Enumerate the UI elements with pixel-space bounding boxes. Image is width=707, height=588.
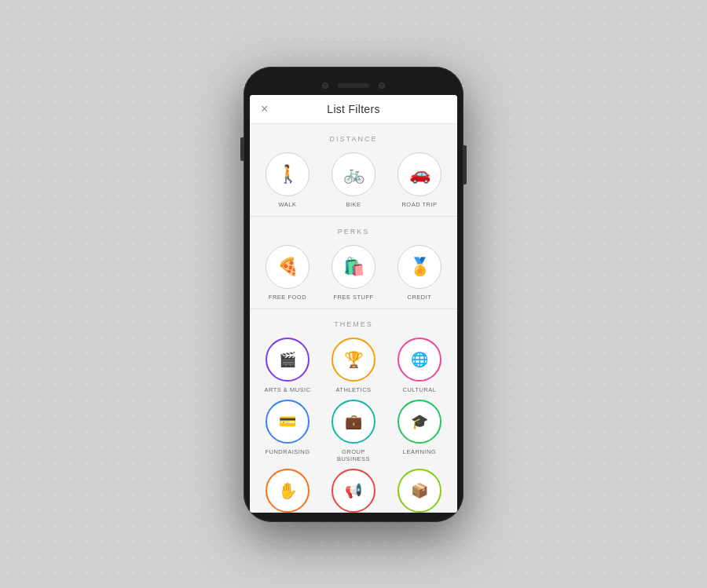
- power-button: [463, 145, 467, 184]
- arts-music-label: ARTS & MUSIC: [264, 386, 310, 393]
- filter-arts-music[interactable]: 🎬 ARTS & MUSIC: [260, 338, 315, 393]
- phone-screen: × List Filters DISTANCE 🚶 WALK: [250, 95, 457, 513]
- filter-cultural[interactable]: 🌐 CULTURAL: [392, 338, 447, 393]
- shopping-bag-icon: 🛍️: [343, 257, 364, 277]
- filter-group-business[interactable]: 💼 GROUP BUSINESS: [326, 400, 381, 462]
- themes-section-title: THEMES: [258, 320, 449, 328]
- fundraising-label: FUNDRAISING: [265, 448, 310, 455]
- group-business-icon: 💼: [345, 413, 362, 430]
- road-trip-icon: 🚗: [409, 164, 430, 184]
- walk-circle: 🚶: [266, 152, 310, 196]
- cultural-icon: 🌐: [411, 351, 428, 368]
- volunteer-icon: ✋: [278, 481, 298, 500]
- learning-icon: 🎓: [411, 413, 428, 430]
- cultural-circle: 🌐: [397, 338, 441, 382]
- close-button[interactable]: ×: [261, 102, 268, 116]
- learning-circle: 🎓: [397, 400, 441, 444]
- cultural-label: CULTURAL: [402, 386, 436, 393]
- road-trip-circle: 🚗: [397, 152, 441, 196]
- free-food-label: FREE FOOD: [269, 294, 306, 301]
- fundraising-icon: 💳: [279, 413, 296, 430]
- front-camera: [322, 82, 328, 89]
- filter-volunteer[interactable]: ✋ VOLUNTEER: [260, 469, 315, 513]
- filter-walk[interactable]: 🚶 WALK: [260, 152, 315, 208]
- perks-section-title: PERKS: [258, 228, 449, 236]
- themes-filter-grid: 🎬 ARTS & MUSIC 🏆 ATHLETICS 🌐: [258, 338, 449, 513]
- athletics-circle: 🏆: [332, 338, 375, 382]
- perks-section: PERKS 🍕 FREE FOOD 🛍️ FREE STUFF: [250, 217, 457, 309]
- filter-content[interactable]: DISTANCE 🚶 WALK 🚲 BIKE: [250, 124, 457, 513]
- walk-icon: 🚶: [277, 164, 299, 184]
- medal-icon: 🏅: [409, 257, 430, 277]
- filter-athletics[interactable]: 🏆 ATHLETICS: [326, 338, 381, 393]
- distance-filter-grid: 🚶 WALK 🚲 BIKE 🚗 ROAD T: [258, 152, 449, 208]
- arts-music-circle: 🎬: [266, 338, 310, 382]
- athletics-icon: 🏆: [344, 350, 364, 369]
- volume-button: [240, 137, 244, 161]
- group-business-label: GROUP BUSINESS: [326, 448, 381, 462]
- arts-music-icon: 🎬: [279, 351, 296, 368]
- filter-free-stuff[interactable]: 🛍️ FREE STUFF: [326, 245, 381, 301]
- distance-section-title: DISTANCE: [258, 135, 449, 143]
- pizza-icon: 🍕: [277, 257, 299, 277]
- group-business-circle: 💼: [332, 400, 375, 444]
- volunteer-circle: ✋: [266, 469, 310, 513]
- free-stuff-circle: 🛍️: [332, 245, 375, 289]
- social-circle: 📦: [397, 469, 441, 513]
- filter-bike[interactable]: 🚲 BIKE: [326, 152, 381, 208]
- app-header: × List Filters: [250, 95, 457, 124]
- filter-road-trip[interactable]: 🚗 ROAD TRIP: [392, 152, 447, 208]
- professional-circle: 📢: [332, 469, 375, 513]
- earpiece-speaker: [338, 83, 369, 88]
- filter-social[interactable]: 📦 SOCIAL: [392, 469, 447, 513]
- social-icon: 📦: [411, 482, 428, 499]
- themes-section: THEMES 🎬 ARTS & MUSIC 🏆 ATHLETICS: [250, 309, 457, 513]
- filter-learning[interactable]: 🎓 LEARNING: [392, 400, 447, 462]
- filter-fundraising[interactable]: 💳 FUNDRAISING: [260, 400, 315, 462]
- learning-label: LEARNING: [403, 448, 436, 455]
- bike-circle: 🚲: [332, 152, 375, 196]
- bike-label: BIKE: [346, 201, 361, 208]
- phone-device: × List Filters DISTANCE 🚶 WALK: [244, 67, 463, 522]
- screen-title: List Filters: [327, 103, 379, 115]
- bike-icon: 🚲: [343, 164, 364, 184]
- credit-circle: 🏅: [397, 245, 441, 289]
- perks-filter-grid: 🍕 FREE FOOD 🛍️ FREE STUFF 🏅: [258, 245, 449, 301]
- walk-label: WALK: [279, 201, 297, 208]
- free-food-circle: 🍕: [266, 245, 310, 289]
- front-sensor: [379, 82, 385, 89]
- fundraising-circle: 💳: [266, 400, 310, 444]
- credit-label: CREDIT: [408, 294, 432, 301]
- filter-professional[interactable]: 📢 PROFESSIONAL: [326, 469, 381, 513]
- athletics-label: ATHLETICS: [335, 386, 371, 393]
- professional-icon: 📢: [345, 482, 362, 499]
- distance-section: DISTANCE 🚶 WALK 🚲 BIKE: [250, 124, 457, 217]
- free-stuff-label: FREE STUFF: [333, 294, 373, 301]
- filter-free-food[interactable]: 🍕 FREE FOOD: [260, 245, 315, 301]
- phone-top-bar: [250, 76, 457, 95]
- road-trip-label: ROAD TRIP: [401, 201, 437, 208]
- filter-credit[interactable]: 🏅 CREDIT: [392, 245, 447, 301]
